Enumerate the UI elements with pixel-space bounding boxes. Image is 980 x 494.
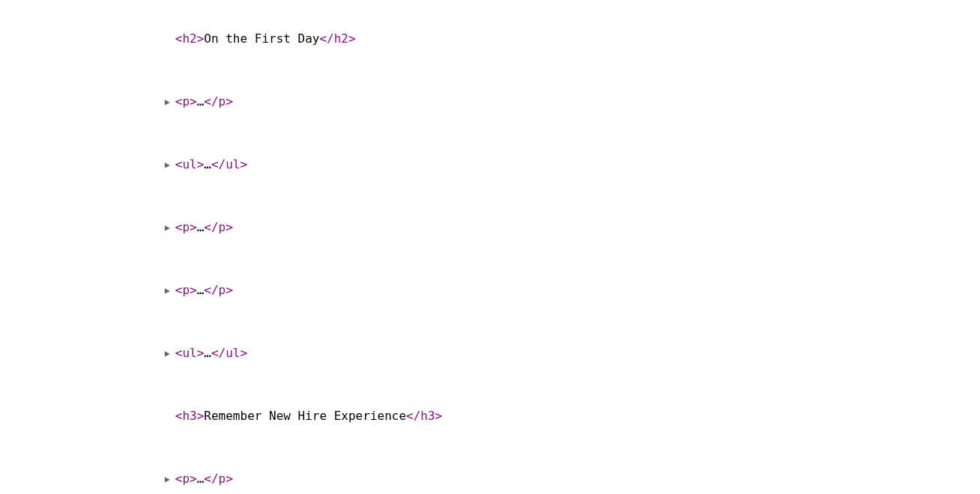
node-h3[interactable]: <h3>Remember New Hire Experience</h3> xyxy=(0,385,980,448)
tag-h2-open: <h2> xyxy=(175,31,205,46)
h2-text: On the First Day xyxy=(204,31,319,46)
node-p-collapsed[interactable]: ▶<p>…</p> xyxy=(0,196,980,259)
tag-h2-close: </h2> xyxy=(319,31,355,46)
tag-h3-open: <h3> xyxy=(175,409,205,423)
tag-h3-close: </h3> xyxy=(406,409,442,423)
expand-arrow-icon[interactable]: ▶ xyxy=(165,94,175,110)
node-ul-collapsed[interactable]: ▶<ul>…</ul> xyxy=(0,133,980,196)
h3-text: Remember New Hire Experience xyxy=(204,409,406,423)
node-p-collapsed[interactable]: ▶<p>…</p> xyxy=(0,70,980,133)
expand-arrow-icon[interactable]: ▶ xyxy=(165,283,175,299)
dom-tree: <h2>On the First Day</h2> ▶<p>…</p> ▶<ul… xyxy=(0,0,980,494)
node-h2[interactable]: <h2>On the First Day</h2> xyxy=(0,7,980,70)
node-ul-collapsed[interactable]: ▶<ul>…</ul> xyxy=(0,322,980,385)
node-p-collapsed[interactable]: ▶<p>…</p> xyxy=(0,448,980,494)
node-p-collapsed[interactable]: ▶<p>…</p> xyxy=(0,259,980,322)
expand-arrow-icon[interactable]: ▶ xyxy=(165,157,175,173)
expand-arrow-icon[interactable]: ▶ xyxy=(165,346,175,362)
expand-arrow-icon[interactable]: ▶ xyxy=(165,220,175,236)
expand-arrow-icon[interactable]: ▶ xyxy=(165,472,175,487)
